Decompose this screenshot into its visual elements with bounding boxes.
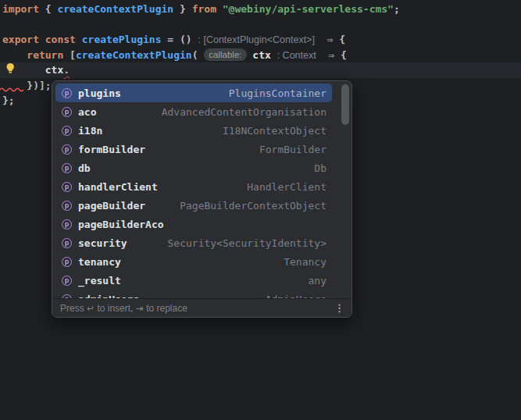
code-line[interactable]: ctx.: [2, 62, 400, 78]
intention-bulb-icon[interactable]: [5, 62, 16, 74]
completion-item-label: formBuilder: [78, 144, 145, 155]
completion-list: p plugins PluginsContainer p aco Advance…: [52, 82, 351, 298]
completion-item[interactable]: p i18n I18NContextObject: [55, 121, 332, 140]
completion-item[interactable]: p formBuilder FormBuilder: [55, 140, 332, 158]
error-squiggle: [0, 87, 24, 92]
completion-item-label: pageBuilderAco: [78, 219, 164, 230]
completion-item-type: Db: [314, 162, 327, 174]
property-icon: p: [62, 276, 72, 286]
completion-item-type: PluginsContainer: [229, 87, 327, 99]
completion-item-type: Tenancy: [284, 256, 327, 268]
completion-item-type: any: [309, 275, 327, 287]
completion-item[interactable]: p pageBuilderAco: [55, 215, 332, 233]
property-icon: p: [62, 257, 72, 267]
property-icon: p: [62, 144, 72, 155]
code-line[interactable]: [2, 17, 400, 33]
completion-item-type: PageBuilderContextObject: [180, 200, 327, 212]
completion-item-label: handlerClient: [78, 181, 158, 193]
property-icon: p: [62, 88, 72, 98]
popup-hint-text: Press ↵ to insert, ⇥ to replace: [60, 303, 187, 314]
code-line[interactable]: return [createContextPlugin( callable: c…: [2, 48, 400, 63]
property-icon: p: [62, 201, 72, 211]
popup-footer: Press ↵ to insert, ⇥ to replace ⋮: [52, 298, 351, 317]
completion-item-label: plugins: [78, 87, 121, 99]
completion-item-type: AdvancedContentOrganisation: [162, 106, 327, 118]
property-icon: p: [62, 182, 72, 192]
completion-item-label: security: [78, 237, 127, 249]
completion-item[interactable]: p tenancy Tenancy: [55, 252, 332, 271]
property-icon: p: [62, 163, 72, 173]
property-icon: p: [62, 219, 72, 230]
completion-item-label: _result: [78, 275, 121, 287]
completion-item-label: aco: [78, 106, 96, 118]
completion-item[interactable]: p handlerClient HandlerClient: [55, 177, 332, 196]
popup-scrollbar[interactable]: [341, 84, 349, 125]
code-line[interactable]: export const createPlugins = () : [Conte…: [2, 32, 400, 48]
code-line[interactable]: import { createContextPlugin } from "@we…: [2, 2, 400, 17]
property-icon: p: [62, 107, 72, 117]
completion-item[interactable]: p plugins PluginsContainer: [55, 84, 332, 102]
completion-item[interactable]: p _result any: [55, 271, 332, 290]
completion-item-type: HandlerClient: [247, 181, 327, 193]
completion-item[interactable]: p adminUsers AdminUsers: [55, 290, 332, 298]
completion-item-type: Security<SecurityIdentity>: [168, 237, 327, 249]
popup-more-menu-icon[interactable]: ⋮: [334, 302, 344, 314]
completion-item-label: pageBuilder: [78, 200, 145, 212]
completion-item[interactable]: p pageBuilder PageBuilderContextObject: [55, 196, 332, 215]
property-icon: p: [62, 126, 72, 136]
completion-item[interactable]: p db Db: [55, 158, 332, 177]
completion-item-type: FormBuilder: [259, 144, 327, 155]
completion-popup: p plugins PluginsContainer p aco Advance…: [52, 80, 352, 318]
completion-item-label: db: [78, 162, 91, 174]
completion-item-type: I18NContextObject: [223, 125, 327, 137]
completion-item[interactable]: p security Security<SecurityIdentity>: [55, 233, 332, 252]
completion-item-label: tenancy: [78, 256, 121, 268]
property-icon: p: [62, 238, 72, 248]
completion-item[interactable]: p aco AdvancedContentOrganisation: [55, 102, 332, 121]
completion-item-label: i18n: [78, 125, 102, 137]
ide-editor-window: import { createContextPlugin } from "@we…: [0, 0, 521, 420]
